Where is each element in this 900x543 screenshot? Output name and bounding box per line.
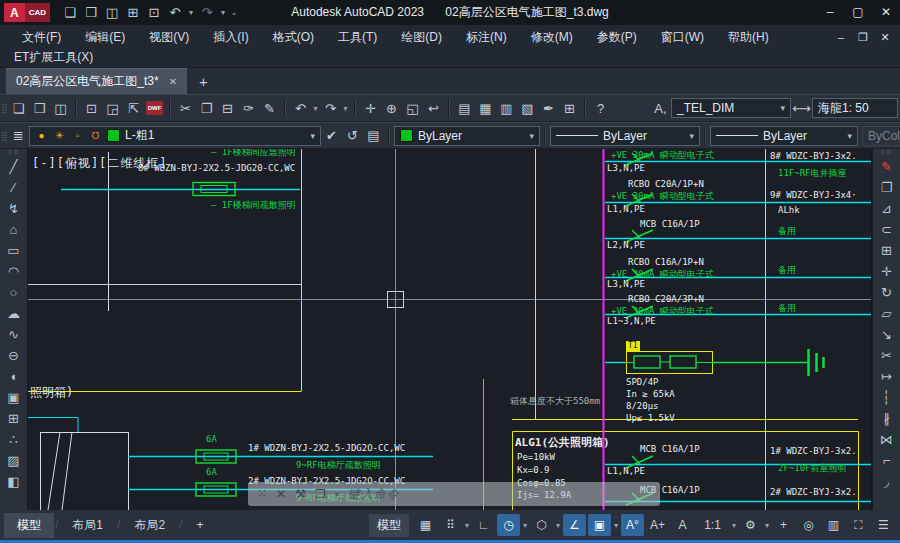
grid-toggle-icon[interactable]: ▦: [414, 514, 437, 536]
design-center-icon[interactable]: ▦: [475, 101, 496, 116]
dim-style-combo[interactable]: 海龍1: 50: [812, 98, 898, 118]
redo-icon[interactable]: ↷: [197, 0, 217, 25]
join-icon[interactable]: ⋈: [875, 429, 899, 450]
ellipse-icon[interactable]: ⊖: [2, 345, 26, 366]
spline-icon[interactable]: ∿: [2, 324, 26, 345]
open-icon[interactable]: ❒: [81, 0, 101, 25]
chevron-down-icon[interactable]: ▾: [554, 521, 562, 530]
tab-layout1[interactable]: 布局1: [59, 513, 116, 538]
dim-style-icon[interactable]: ⟷: [791, 101, 812, 116]
menu-modify[interactable]: 修改(M): [519, 25, 585, 49]
tab-layout2[interactable]: 布局2: [121, 513, 178, 538]
revision-cloud-icon[interactable]: ☁: [2, 303, 26, 324]
zoom-window-icon[interactable]: ◱: [402, 101, 423, 116]
command-close-icon[interactable]: ✕: [276, 487, 286, 501]
scale-icon[interactable]: ▱: [875, 303, 899, 324]
tab-model[interactable]: 模型: [4, 513, 54, 538]
quick-calc-icon[interactable]: ⊞: [559, 101, 580, 116]
chevron-down-icon[interactable]: ▾: [335, 490, 339, 499]
layer-on-icon[interactable]: ●: [35, 130, 48, 141]
file-tab-close-icon[interactable]: ✕: [169, 76, 177, 87]
menu-file[interactable]: 文件(F): [10, 25, 73, 49]
new-layout-button[interactable]: +: [183, 514, 216, 536]
workspace-switching-icon[interactable]: ⚙: [739, 514, 762, 536]
model-space-canvas[interactable]: [-][俯视][二维线框] — 1F楼梯间应急照明 8# WDZN-BYJ-2X…: [28, 149, 871, 510]
chevron-down-icon[interactable]: ▾: [521, 521, 529, 530]
rectangle-icon[interactable]: ▭: [2, 240, 26, 261]
layer-previous-icon[interactable]: ↺: [342, 128, 363, 143]
offset-icon[interactable]: ⊂: [875, 219, 899, 240]
publish-icon[interactable]: ⇱: [123, 101, 144, 116]
chevron-down-icon[interactable]: ▾: [780, 103, 785, 113]
text-style-icon[interactable]: A,: [650, 101, 671, 116]
layer-freeze-icon[interactable]: ☀: [53, 130, 66, 141]
layer-combo[interactable]: ● ☀ ▫ ℧ L-粗1 ▾: [29, 126, 321, 146]
paste-icon[interactable]: ⊟: [217, 101, 238, 116]
doc-minimize-button[interactable]: –: [830, 31, 852, 44]
graphics-performance-icon[interactable]: ▥: [822, 514, 845, 536]
array-icon[interactable]: ⊞: [875, 240, 899, 261]
erase-icon[interactable]: ✎: [875, 156, 899, 177]
isolate-objects-icon[interactable]: ◎: [797, 514, 820, 536]
doc-restore-button[interactable]: ❐: [852, 31, 874, 44]
command-line-bar[interactable]: ⁙ ✕ ⚒ ❒ ▾ 键入命令: [248, 482, 660, 506]
polyline-icon[interactable]: ↯: [2, 198, 26, 219]
block-editor-icon[interactable]: ✎: [259, 101, 280, 116]
undo-icon[interactable]: ↶: [165, 0, 185, 25]
chevron-down-icon[interactable]: ▾: [847, 131, 852, 141]
annotation-monitor-icon[interactable]: +: [772, 514, 795, 536]
close-button[interactable]: ✕: [872, 0, 900, 25]
chevron-down-icon[interactable]: ▾: [763, 521, 771, 530]
model-space-button[interactable]: 模型: [369, 514, 409, 537]
plot-icon[interactable]: ⊡: [81, 101, 102, 116]
chevron-down-icon[interactable]: ▾: [689, 131, 694, 141]
mirror-icon[interactable]: ⊿: [875, 198, 899, 219]
chevron-down-icon[interactable]: ▾: [612, 521, 620, 530]
save-as-icon[interactable]: ⊞: [123, 0, 143, 25]
customization-menu-icon[interactable]: ☰: [872, 514, 895, 536]
annotation-scale-icon[interactable]: A: [671, 514, 694, 536]
menu-et-express-tools[interactable]: ET扩展工具(X): [0, 49, 105, 66]
help-icon[interactable]: ?: [590, 101, 611, 116]
toolbar-grip[interactable]: ⣿: [0, 103, 8, 113]
markup-icon[interactable]: ✒: [538, 101, 559, 116]
viewport-controls[interactable]: [-][俯视][二维线框]: [32, 155, 168, 172]
chevron-down-icon[interactable]: ▾: [463, 521, 471, 530]
copy-icon[interactable]: ❐: [875, 177, 899, 198]
circle-icon[interactable]: ○: [2, 282, 26, 303]
clean-screen-icon[interactable]: ⛶: [847, 514, 870, 536]
menu-format[interactable]: 格式(O): [261, 25, 326, 49]
autocad-logo[interactable]: A CAD: [4, 3, 50, 22]
undo-dropdown-icon[interactable]: ▾: [186, 0, 196, 25]
doc-close-button[interactable]: ✕: [874, 31, 896, 44]
arc-icon[interactable]: ◠: [2, 261, 26, 282]
object-snap-tracking-icon[interactable]: ∠: [563, 514, 586, 536]
break-icon[interactable]: ∦: [875, 408, 899, 429]
match-properties-icon[interactable]: ✑: [238, 101, 259, 116]
stretch-icon[interactable]: ↘: [875, 324, 899, 345]
qat-customize-icon[interactable]: ⌄: [229, 0, 239, 25]
menu-window[interactable]: 窗口(W): [649, 25, 716, 49]
tool-palettes-icon[interactable]: ▥: [496, 101, 517, 116]
redo-icon[interactable]: ↷: [320, 101, 341, 116]
open-icon[interactable]: ❒: [29, 101, 50, 116]
plot-preview-icon[interactable]: ◲: [102, 101, 123, 116]
command-grip-icon[interactable]: ⁙: [257, 487, 267, 501]
toolbar-grip[interactable]: ⣿: [0, 131, 8, 141]
menu-dimension[interactable]: 标注(N): [454, 25, 519, 49]
cut-icon[interactable]: ✂: [175, 101, 196, 116]
layer-lock-icon[interactable]: ℧: [89, 130, 102, 141]
chevron-down-icon[interactable]: ▾: [310, 131, 315, 141]
zoom-realtime-icon[interactable]: ⊕: [381, 101, 402, 116]
redo-dropdown-icon[interactable]: ▾: [218, 0, 228, 25]
text-style-combo[interactable]: _TEL_DIM ▾: [671, 98, 791, 118]
undo-icon[interactable]: ↶: [290, 101, 311, 116]
sheet-set-manager-icon[interactable]: ▧: [517, 101, 538, 116]
isodraft-icon[interactable]: ⬡: [530, 514, 553, 536]
chamfer-icon[interactable]: ⌐: [875, 450, 899, 471]
chevron-down-icon[interactable]: ▾: [730, 521, 738, 530]
save-icon[interactable]: ◫: [102, 0, 122, 25]
command-input[interactable]: 键入命令: [348, 486, 400, 503]
pan-icon[interactable]: ✛: [360, 101, 381, 116]
snap-toggle-icon[interactable]: ⠿: [439, 514, 462, 536]
